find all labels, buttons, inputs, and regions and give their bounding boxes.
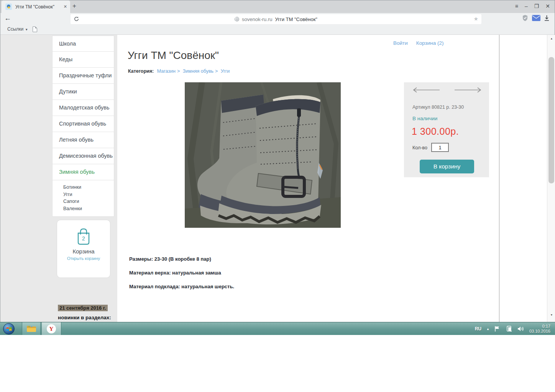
detail-sizes: Размеры: 23-30 (В коробке 8 пар) [129, 256, 211, 262]
folder-icon [26, 325, 36, 333]
sidebar-item-dutiki[interactable]: Дутики [52, 84, 114, 100]
cart-widget[interactable]: 2 Корзина Открыть корзину [57, 220, 110, 278]
start-button[interactable] [3, 323, 15, 335]
protect-shield-icon[interactable] [522, 15, 529, 21]
back-button[interactable]: ← [4, 14, 11, 22]
browser-tab[interactable]: Угги ТМ "Совёнок" ✕ [2, 0, 70, 13]
bookmark-star-icon[interactable]: ★ [473, 16, 478, 22]
browser-toolbar: ← sovenok-ru.ru Угги ТМ "Совёнок" ★ [0, 13, 555, 24]
clock[interactable]: 0:17 03.10.2016 [529, 324, 550, 334]
links-caret-icon: ▼ [25, 28, 28, 31]
sidebar-item-zimnyaya-obuv[interactable]: Зимняя обувь [52, 164, 114, 180]
volume-icon[interactable] [517, 326, 524, 332]
add-to-cart-button[interactable]: В корзину [420, 160, 474, 173]
new-tab-button[interactable]: + [72, 2, 76, 10]
screen: Угги ТМ "Совёнок" ✕ + ≡ – ❐ ✕ ← sovenok-… [0, 0, 555, 392]
windows-taskbar: Y RU ▲ 0:17 03.10.2016 [0, 322, 555, 335]
cart-widget-title: Корзина [57, 248, 110, 255]
product-photo[interactable] [185, 82, 341, 228]
clock-date: 03.10.2016 [529, 329, 550, 334]
explorer-taskbar-button[interactable] [22, 322, 41, 335]
right-margin [499, 35, 547, 322]
mail-icon[interactable] [532, 15, 540, 21]
breadcrumb-separator: > [177, 69, 180, 74]
window-restore-button[interactable]: ❐ [534, 3, 539, 10]
window-minimize-button[interactable]: – [525, 3, 528, 10]
breadcrumb-separator: > [215, 69, 218, 74]
tab-close-icon[interactable]: ✕ [64, 4, 67, 9]
subitem-uggi[interactable]: Угги [63, 191, 114, 198]
quantity-label: Кол-во [412, 145, 427, 150]
availability-status: В наличии [412, 116, 437, 121]
globe-icon [235, 17, 239, 21]
page-viewport: Школа Кеды Праздничные туфли Дутики Мало… [0, 35, 555, 322]
browser-menu-icon[interactable]: ≡ [515, 3, 518, 10]
breadcrumb-link-zimnyaya-obuv[interactable]: Зимняя обувь [183, 69, 213, 74]
scrollbar-thumb[interactable] [548, 57, 554, 183]
system-tray: RU ▲ 0:17 03.10.2016 [475, 322, 555, 335]
sidebar-item-shkola[interactable]: Школа [52, 36, 114, 52]
sidebar-item-sportivnaya-obuv[interactable]: Спортивная обувь [52, 116, 114, 132]
page-title: Угги ТМ "Совёнок" [128, 49, 219, 62]
quantity-input[interactable] [431, 143, 449, 152]
address-bar[interactable]: sovenok-ru.ru Угги ТМ "Совёнок" ★ [71, 14, 481, 24]
browser-window: Угги ТМ "Совёнок" ✕ + ≡ – ❐ ✕ ← sovenok-… [0, 0, 555, 322]
sidebar-item-kedy[interactable]: Кеды [52, 52, 114, 68]
bookmarks-links-folder[interactable]: Ссылки▼ [7, 26, 28, 32]
sidebar-item-prazdnichnye-tufli[interactable]: Праздничные туфли [52, 68, 114, 84]
product-price: 1 300.00р. [412, 126, 459, 137]
scroll-up-icon[interactable]: ▲ [547, 37, 555, 40]
breadcrumb-link-magazin[interactable]: Магазин [157, 69, 176, 74]
buy-panel: Артикул 80821 р. 23-30 В наличии 1 300.0… [404, 82, 489, 177]
category-menu: Школа Кеды Праздничные туфли Дутики Мало… [52, 36, 114, 180]
prev-image-arrow-icon[interactable] [413, 87, 440, 93]
detail-upper-material: Материал верха: натуральная замша [129, 270, 221, 276]
action-center-flag-icon[interactable] [494, 326, 501, 332]
bookmark-page-icon[interactable] [33, 26, 37, 32]
detail-lining-material: Материал подклада: натуральная шерсть. [129, 284, 234, 289]
subitem-botinki[interactable]: Ботинки [63, 184, 114, 191]
tab-title: Угги ТМ "Совёнок" [15, 4, 61, 10]
url-page-title: Угги ТМ "Совёнок" [275, 16, 317, 22]
clock-time: 0:17 [529, 324, 550, 329]
subitem-sapogi[interactable]: Сапоги [63, 198, 114, 205]
tab-bar: Угги ТМ "Совёнок" ✕ + ≡ – ❐ ✕ [0, 0, 555, 13]
sidebar-item-letnyaya-obuv[interactable]: Летняя обувь [52, 132, 114, 148]
tab-favicon-icon [5, 3, 12, 10]
page-scrollbar[interactable]: ▲ ▼ [547, 35, 555, 322]
sidebar-item-malodetskaya-obuv[interactable]: Малодетская обувь [52, 100, 114, 116]
breadcrumb-link-uggi[interactable]: Угги [221, 69, 230, 74]
bookmarks-bar: Ссылки▼ [0, 24, 555, 35]
subcategory-menu: Ботинки Угги Сапоги Валенки [52, 180, 114, 217]
language-indicator[interactable]: RU [475, 326, 481, 332]
cart-count: 2 [76, 235, 91, 242]
news-date-badge: 21 сентября 2016 г. [58, 305, 108, 311]
subitem-valenki[interactable]: Валенки [63, 205, 114, 212]
open-cart-link[interactable]: Открыть корзину [57, 256, 110, 261]
remove-hardware-icon[interactable] [506, 326, 512, 332]
news-sections-label: новинки в разделах: [58, 315, 111, 320]
download-icon[interactable] [544, 15, 550, 21]
yandex-browser-icon: Y [47, 324, 56, 333]
breadcrumb: Категория: Магазин> Зимняя обувь> Угги [128, 69, 230, 74]
product-sku: Артикул 80821 р. 23-30 [412, 105, 464, 110]
next-image-arrow-icon[interactable] [455, 87, 481, 93]
windows-flag-icon [6, 326, 12, 332]
url-text: sovenok-ru.ru Угги ТМ "Совёнок" [71, 14, 481, 24]
window-close-button[interactable]: ✕ [545, 3, 550, 10]
sidebar-item-demisezonnaya-obuv[interactable]: Демисезонная обувь [52, 148, 114, 164]
empty-area [0, 335, 555, 392]
header-cart-link[interactable]: Корзина (2) [416, 40, 444, 46]
url-domain: sovenok-ru.ru [242, 16, 272, 22]
scroll-down-icon[interactable]: ▼ [547, 314, 555, 316]
breadcrumb-label: Категория: [128, 69, 154, 74]
tray-expand-icon[interactable]: ▲ [486, 327, 489, 331]
yandex-browser-taskbar-button[interactable]: Y [41, 322, 61, 335]
login-link[interactable]: Войти [393, 40, 408, 46]
